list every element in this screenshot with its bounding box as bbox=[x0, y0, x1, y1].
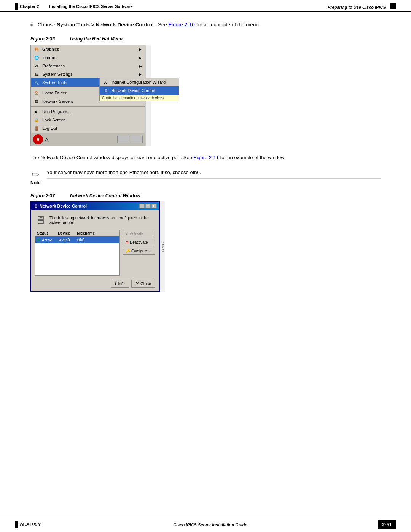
submenu-tooltip-text: Control and monitor network devices bbox=[102, 96, 164, 100]
taskbar-btn-2[interactable] bbox=[131, 136, 143, 143]
page-container: Chapter 2 Installing the Cisco IPICS Ser… bbox=[0, 0, 411, 532]
header-bar bbox=[15, 3, 18, 10]
step-text-after2: for an example of the menu. bbox=[196, 22, 260, 27]
configure-label: Configure... bbox=[131, 249, 151, 253]
submenu-network-device[interactable]: 🖥 Network Device Control bbox=[100, 86, 179, 95]
ndc-title-text: Network Device Control bbox=[40, 204, 87, 208]
menu-sep2 bbox=[31, 106, 145, 107]
ndc-table-row[interactable]: ⊙ Active 🖥 eth0 eth0 bbox=[35, 236, 119, 243]
menu-label-internet: Internet bbox=[42, 55, 56, 60]
device-icon: 🖥 bbox=[58, 238, 62, 242]
note-icon-wrap: ✏ Note bbox=[30, 169, 41, 185]
menu-item-logout[interactable]: 🚪 Log Out bbox=[31, 124, 145, 133]
menu-bottom-bar: R △ bbox=[31, 133, 145, 146]
menu-label-systools: System Tools bbox=[42, 80, 67, 85]
close-button[interactable]: ✕ Close bbox=[131, 280, 155, 288]
figure36-inner: 🎨 Graphics ▶ 🌐 Internet ▶ ⚙ bbox=[30, 45, 381, 146]
redhat-menu: 🎨 Graphics ▶ 🌐 Internet ▶ ⚙ bbox=[31, 45, 145, 146]
step-text-after: . See bbox=[155, 22, 169, 27]
step-link[interactable]: Figure 2-10 bbox=[169, 22, 195, 27]
arrow-prefs: ▶ bbox=[139, 64, 142, 68]
home-icon: 🏠 bbox=[33, 90, 40, 96]
deactivate-button[interactable]: ✕ Deactivate bbox=[123, 239, 155, 246]
menu-item-internet[interactable]: 🌐 Internet ▶ bbox=[31, 53, 145, 62]
logout-icon: 🚪 bbox=[33, 125, 40, 131]
figure36-caption-area: Figure 2-36 Using the Red Hat Menu bbox=[30, 36, 381, 42]
footer-center-label: Cisco IPICS Server Installation Guide bbox=[173, 522, 247, 527]
ndc-window: 🖥 Network Device Control _ □ ✕ bbox=[30, 201, 160, 292]
figure37-wrap: 🖥 Network Device Control _ □ ✕ bbox=[30, 201, 381, 292]
ndc-main-area: Status Device Nickname ⊙ Active bbox=[35, 230, 155, 276]
lock-icon: 🔒 bbox=[33, 117, 40, 123]
configure-button[interactable]: 🔑 Configure... bbox=[123, 248, 155, 255]
submenu-internet-config[interactable]: 🖧 Internet Configuration Wizard bbox=[100, 78, 179, 86]
menu-item-system-settings[interactable]: 🖥 System Settings ▶ bbox=[31, 70, 145, 78]
footer-page-number: 2-51 bbox=[378, 520, 396, 529]
activate-label: Activate bbox=[130, 232, 143, 236]
col-header-nickname: Nickname bbox=[77, 231, 118, 235]
internet-icon: 🌐 bbox=[33, 54, 40, 61]
chapter-label: Chapter 2 bbox=[20, 4, 39, 9]
activate-icon: ✔ bbox=[126, 232, 129, 236]
figure37-inner: 🖥 Network Device Control _ □ ✕ bbox=[30, 201, 381, 292]
deactivate-icon: ✕ bbox=[126, 240, 129, 244]
col-header-device: Device bbox=[58, 231, 77, 235]
configure-icon: 🔑 bbox=[126, 249, 130, 253]
ndc-side-buttons: ✔ Activate ✕ Deactivate 🔑 Configure... bbox=[123, 230, 155, 276]
sysset-icon: 🖥 bbox=[33, 71, 40, 77]
iconfig-icon: 🖧 bbox=[103, 79, 109, 85]
ndc-table-header: Status Device Nickname bbox=[35, 230, 119, 236]
figure37-vertical-label: 144443 bbox=[160, 201, 165, 292]
active-bullet-icon: ⊙ bbox=[37, 237, 41, 243]
header-left: Chapter 2 Installing the Cisco IPICS Ser… bbox=[15, 3, 133, 10]
ndc-body: 🖥 The following network interfaces are c… bbox=[31, 210, 159, 291]
win-minimize-btn[interactable]: _ bbox=[139, 204, 145, 208]
menu-item-lock[interactable]: 🔒 Lock Screen bbox=[31, 116, 145, 124]
info-icon: ℹ bbox=[115, 281, 116, 286]
win-close-btn[interactable]: ✕ bbox=[151, 204, 157, 208]
submenu-label-iconfig: Internet Configuration Wizard bbox=[111, 80, 166, 85]
run-icon: ▶ bbox=[33, 109, 40, 115]
ndc-titlebar: 🖥 Network Device Control _ □ ✕ bbox=[31, 202, 159, 210]
redhat-logo-text: R bbox=[37, 137, 39, 142]
arrow-sysset: ▶ bbox=[139, 72, 142, 77]
cell-device: 🖥 eth0 bbox=[58, 238, 77, 242]
menu-item-run[interactable]: ▶ Run Program... bbox=[31, 107, 145, 116]
ndc-computer-icon: 🖥 bbox=[35, 214, 46, 226]
taskbar-btn-1[interactable] bbox=[117, 136, 129, 143]
step-text-before: Choose bbox=[38, 22, 57, 27]
redhat-logo: R bbox=[33, 134, 43, 144]
ndc-bottom-buttons: ℹ Info ✕ Close bbox=[35, 280, 155, 288]
note-text: Your server may have more than one Ether… bbox=[47, 169, 201, 175]
figure36-number: Figure 2-36 bbox=[30, 36, 55, 42]
menu-label-netservers: Network Servers bbox=[42, 99, 73, 104]
taskbar-buttons bbox=[117, 136, 143, 143]
step-text: c. Choose System Tools > Network Device … bbox=[30, 21, 381, 29]
pencil-icon: ✏ bbox=[32, 169, 39, 180]
ndc-table: Status Device Nickname ⊙ Active bbox=[35, 230, 120, 276]
systools-icon: 🔧 bbox=[33, 80, 40, 86]
info-button[interactable]: ℹ Info bbox=[111, 280, 129, 288]
graphics-icon: 🎨 bbox=[33, 46, 40, 52]
system-tools-container: 🔧 System Tools 🖧 Internet Configuration … bbox=[31, 78, 145, 87]
body-link[interactable]: Figure 2-11 bbox=[194, 155, 219, 160]
footer-left: OL-8155-01 bbox=[15, 521, 42, 528]
body-text-line2: for an example of the window. bbox=[220, 155, 286, 160]
win-maximize-btn[interactable]: □ bbox=[145, 204, 151, 208]
ndc-title-icon: 🖥 bbox=[33, 203, 38, 209]
step-bold: System Tools > Network Device Control bbox=[57, 22, 153, 27]
menu-item-preferences[interactable]: ⚙ Preferences ▶ bbox=[31, 62, 145, 70]
menu-label-graphics: Graphics bbox=[42, 47, 59, 51]
header-right: Preparing to Use Cisco IPICS bbox=[328, 3, 396, 10]
footer-center: Cisco IPICS Server Installation Guide bbox=[173, 522, 247, 527]
chapter-title: Installing the Cisco IPICS Server Softwa… bbox=[49, 4, 132, 9]
step-letter: c. bbox=[30, 22, 35, 27]
submenu-tooltip: Control and monitor network devices bbox=[100, 95, 179, 101]
activate-button[interactable]: ✔ Activate bbox=[123, 230, 155, 237]
redhat-menu-figure: 🎨 Graphics ▶ 🌐 Internet ▶ ⚙ bbox=[30, 45, 145, 146]
cell-status-text: Active bbox=[42, 238, 52, 242]
menu-item-graphics[interactable]: 🎨 Graphics ▶ bbox=[31, 45, 145, 53]
close-icon: ✕ bbox=[135, 281, 139, 286]
menu-label-home: Home Folder bbox=[42, 91, 67, 95]
ndc-icon: 🖥 bbox=[103, 88, 109, 94]
